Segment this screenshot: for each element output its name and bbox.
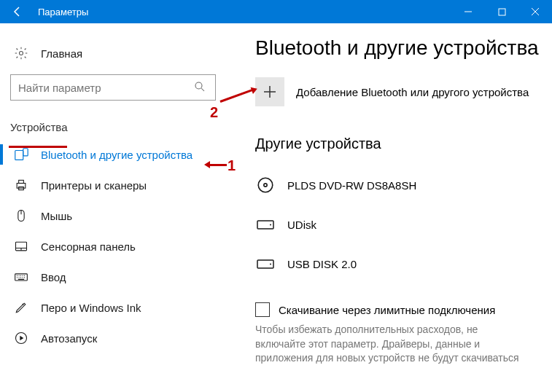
device-row[interactable]: UDisk: [255, 205, 540, 244]
sidebar: Главная Устройства Bluetooth и другие ус…: [0, 23, 226, 392]
nav-printers[interactable]: Принтеры и сканеры: [0, 170, 226, 200]
title-bar: Параметры: [0, 0, 552, 23]
printer-icon: [13, 177, 29, 193]
nav-label: Принтеры и сканеры: [41, 179, 147, 192]
svg-point-15: [270, 224, 271, 226]
svg-point-1: [20, 52, 23, 55]
pen-icon: [13, 299, 29, 315]
svg-point-13: [264, 184, 267, 187]
svg-rect-3: [15, 151, 23, 160]
svg-point-12: [258, 178, 273, 192]
mouse-icon: [13, 208, 29, 224]
nav-label: Мышь: [41, 210, 72, 222]
nav-label: Ввод: [41, 271, 66, 283]
device-name: PLDS DVD-RW DS8A8SH: [287, 179, 416, 192]
nav-label: Сенсорная панель: [41, 240, 136, 253]
drive-icon: [255, 214, 276, 235]
nav-mouse[interactable]: Мышь: [0, 200, 226, 231]
add-device-row[interactable]: Добавление Bluetooth или другого устройс…: [255, 77, 540, 106]
sidebar-category: Устройства: [0, 115, 226, 139]
svg-rect-5: [17, 184, 26, 189]
add-device-button[interactable]: [255, 77, 284, 106]
page-title: Bluetooth и другие устройства: [255, 36, 540, 60]
svg-rect-4: [23, 149, 28, 156]
maximize-button[interactable]: [485, 0, 518, 23]
keyboard-icon: [13, 269, 29, 285]
nav-label: Перо и Windows Ink: [41, 302, 141, 314]
checkbox[interactable]: [255, 302, 270, 317]
back-button[interactable]: [0, 0, 35, 23]
search-input[interactable]: [18, 82, 193, 94]
close-button[interactable]: [518, 0, 552, 23]
svg-point-2: [195, 82, 202, 89]
plus-icon: [263, 85, 277, 99]
nav-label: Bluetooth и другие устройства: [41, 149, 193, 161]
other-devices-heading: Другие устройства: [255, 136, 540, 152]
search-icon: [193, 80, 208, 95]
nav-label: Автозапуск: [41, 332, 97, 345]
svg-point-17: [270, 264, 271, 265]
nav-typing[interactable]: Ввод: [0, 262, 226, 292]
device-row[interactable]: PLDS DVD-RW DS8A8SH: [255, 165, 540, 205]
gear-icon: [13, 45, 29, 61]
content-pane: Bluetooth и другие устройства Добавление…: [226, 23, 552, 392]
svg-rect-6: [19, 180, 24, 183]
add-device-label: Добавление Bluetooth или другого устройс…: [296, 86, 529, 98]
nav-autoplay[interactable]: Автозапуск: [0, 323, 226, 353]
disc-icon: [255, 175, 276, 195]
minimize-button[interactable]: [451, 0, 485, 23]
touchpad-icon: [13, 238, 29, 254]
autoplay-icon: [13, 330, 29, 346]
device-name: USB DISK 2.0: [287, 258, 357, 270]
devices-icon: [13, 146, 29, 162]
nav-touchpad[interactable]: Сенсорная панель: [0, 231, 226, 262]
metered-label: Скачивание через лимитные подключения: [279, 304, 495, 316]
nav-pen[interactable]: Перо и Windows Ink: [0, 292, 226, 323]
nav-bluetooth[interactable]: Bluetooth и другие устройства: [0, 139, 226, 170]
svg-rect-0: [499, 9, 505, 15]
device-name: UDisk: [287, 219, 316, 231]
metered-checkbox-row[interactable]: Скачивание через лимитные подключения: [255, 302, 540, 317]
home-label: Главная: [41, 47, 82, 60]
metered-help-text: Чтобы избежать дополнительных расходов, …: [255, 323, 525, 366]
device-row[interactable]: USB DISK 2.0: [255, 244, 540, 283]
search-box[interactable]: [10, 74, 216, 101]
drive-icon: [255, 254, 276, 274]
window-title: Параметры: [35, 7, 88, 17]
home-nav[interactable]: Главная: [0, 38, 226, 68]
